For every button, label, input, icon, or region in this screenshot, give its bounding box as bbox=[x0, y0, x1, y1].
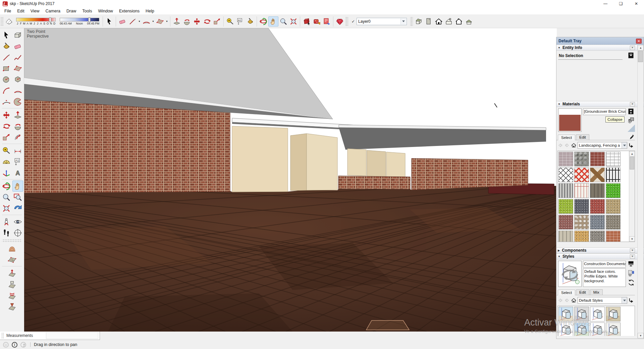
material-swatch[interactable] bbox=[574, 183, 589, 198]
tool-smoove-button[interactable] bbox=[7, 267, 17, 279]
tool-arc-button[interactable] bbox=[1, 85, 12, 96]
tool-previous-button[interactable] bbox=[12, 203, 23, 214]
menu-tools[interactable]: Tools bbox=[79, 8, 95, 14]
entity-info-header[interactable]: ▼ Entity Info ✕ bbox=[556, 45, 644, 51]
style-swatch[interactable] bbox=[606, 307, 621, 321]
material-swatch[interactable] bbox=[558, 199, 573, 214]
layer-dropdown[interactable]: Layer0 bbox=[357, 18, 407, 25]
tool-line-button[interactable] bbox=[1, 52, 12, 63]
material-swatch[interactable] bbox=[590, 152, 605, 166]
material-swatch[interactable] bbox=[606, 152, 621, 166]
tray-title-bar[interactable]: Default Tray ✕ bbox=[556, 37, 644, 45]
tool-front-view-button[interactable] bbox=[434, 16, 444, 27]
style-details-toggle-icon[interactable] bbox=[628, 260, 634, 267]
materials-tab-edit[interactable]: Edit bbox=[576, 134, 589, 140]
shadow-date-slider[interactable]: JFMAMJJASOND bbox=[16, 18, 56, 25]
geolocation-icon[interactable]: ◎ bbox=[3, 342, 9, 348]
tool-line-dropdown-icon[interactable]: ▼ bbox=[138, 16, 141, 27]
tool-back-view-button[interactable] bbox=[444, 16, 454, 27]
measurements-value-box[interactable] bbox=[46, 332, 98, 339]
styles-tab-edit[interactable]: Edit bbox=[576, 289, 589, 295]
material-swatch[interactable] bbox=[606, 231, 621, 242]
tool-from-scratch-button[interactable] bbox=[7, 254, 17, 265]
create-style-icon[interactable] bbox=[628, 269, 635, 277]
tool-two-point-arc-button[interactable] bbox=[141, 16, 151, 27]
dropdown-arrow-icon[interactable] bbox=[622, 297, 627, 303]
tool-scale-button[interactable] bbox=[212, 16, 222, 27]
material-swatch[interactable] bbox=[606, 215, 621, 230]
tool-extension-warehouse-button[interactable] bbox=[335, 16, 345, 27]
material-swatch[interactable] bbox=[590, 167, 605, 182]
tool-section-plane-button[interactable] bbox=[12, 227, 23, 238]
scroll-up-icon[interactable]: ▲ bbox=[638, 45, 644, 50]
material-swatch[interactable] bbox=[574, 152, 589, 166]
menu-file[interactable]: File bbox=[1, 8, 14, 14]
scrollbar-thumb[interactable] bbox=[638, 51, 643, 62]
tool-zoom-extents-button[interactable] bbox=[1, 203, 12, 214]
style-swatch[interactable] bbox=[558, 307, 573, 321]
material-swatch[interactable] bbox=[606, 183, 621, 198]
tool-dimension-button[interactable] bbox=[12, 145, 23, 156]
tool-orbit-button[interactable] bbox=[258, 16, 268, 27]
tool-move-button[interactable] bbox=[192, 16, 202, 27]
menu-view[interactable]: View bbox=[28, 8, 43, 14]
styles-collection-dropdown[interactable]: Default Styles bbox=[578, 297, 627, 304]
style-swatch[interactable] bbox=[574, 307, 589, 321]
back-arrow-icon[interactable] bbox=[557, 143, 563, 148]
material-swatch[interactable] bbox=[558, 215, 573, 230]
tool-zoom-button[interactable] bbox=[1, 192, 12, 203]
styles-tab-select[interactable]: Select bbox=[558, 290, 575, 295]
material-swatch[interactable] bbox=[558, 167, 573, 182]
tool-from-contours-button[interactable] bbox=[7, 243, 17, 254]
in-model-arrow-icon[interactable] bbox=[628, 298, 634, 303]
tool-pie-button[interactable] bbox=[12, 96, 23, 107]
toolbar-drag-handle[interactable] bbox=[410, 16, 413, 27]
time-slider-thumb[interactable] bbox=[88, 17, 91, 22]
menu-extensions[interactable]: Extensions bbox=[116, 8, 143, 14]
materials-scrollbar[interactable]: ▲ ▼ bbox=[629, 151, 635, 242]
close-button[interactable]: ✕ bbox=[629, 0, 644, 7]
tool-walk-button[interactable] bbox=[1, 227, 12, 238]
home-icon[interactable] bbox=[571, 143, 577, 148]
tray-close-button[interactable]: ✕ bbox=[636, 39, 642, 44]
tool-scale-button[interactable] bbox=[1, 132, 12, 143]
tool-select-button[interactable] bbox=[1, 30, 12, 41]
tool-push-pull-button[interactable] bbox=[172, 16, 182, 27]
style-swatch[interactable] bbox=[574, 322, 589, 336]
date-slider-thumb[interactable] bbox=[49, 17, 51, 22]
tool-stamp-button[interactable] bbox=[7, 279, 17, 290]
tool-freehand-button[interactable] bbox=[12, 52, 23, 63]
scroll-down-icon[interactable]: ▼ bbox=[629, 236, 635, 242]
tool-top-view-button[interactable] bbox=[424, 16, 434, 27]
entity-details-toggle-icon[interactable] bbox=[628, 52, 634, 59]
tool-select-button[interactable] bbox=[104, 16, 114, 27]
material-details-toggle-icon[interactable] bbox=[628, 108, 634, 115]
styles-close-button[interactable]: ✕ bbox=[630, 254, 635, 259]
tool-eraser-button[interactable] bbox=[12, 41, 23, 52]
components-close-button[interactable]: ✕ bbox=[630, 248, 635, 253]
scrollbar-thumb[interactable] bbox=[630, 157, 634, 169]
minimize-button[interactable]: — bbox=[598, 0, 613, 7]
scroll-down-icon[interactable]: ▼ bbox=[638, 333, 644, 338]
tool-zoom-extents-button[interactable] bbox=[288, 16, 299, 27]
tool-rotated-rectangle-dropdown-icon[interactable]: ▼ bbox=[165, 16, 169, 27]
tool-follow-me-button[interactable] bbox=[182, 16, 192, 27]
tool-rotate-button[interactable] bbox=[1, 120, 12, 132]
material-swatch[interactable] bbox=[574, 215, 589, 230]
forward-arrow-icon[interactable] bbox=[564, 143, 570, 148]
tool-layout-button[interactable] bbox=[322, 16, 332, 27]
back-arrow-icon[interactable] bbox=[557, 298, 563, 303]
tool-rotated-rectangle-button[interactable] bbox=[12, 63, 23, 74]
tool-pan-button[interactable] bbox=[268, 16, 278, 27]
styles-tab-mix[interactable]: Mix bbox=[590, 289, 603, 295]
components-header[interactable]: ▶ Components ✕ bbox=[556, 247, 644, 253]
update-style-icon[interactable] bbox=[628, 279, 635, 286]
in-model-arrow-icon[interactable] bbox=[628, 143, 634, 148]
material-swatch[interactable] bbox=[574, 231, 589, 242]
tool-circle-button[interactable] bbox=[1, 74, 12, 85]
restore-button[interactable]: ❏ bbox=[613, 0, 629, 7]
tool-paint-bucket-button[interactable] bbox=[245, 16, 255, 27]
tool-protractor-button[interactable] bbox=[1, 156, 12, 167]
menu-help[interactable]: Help bbox=[143, 8, 157, 14]
tool-add-detail-button[interactable] bbox=[7, 301, 17, 312]
